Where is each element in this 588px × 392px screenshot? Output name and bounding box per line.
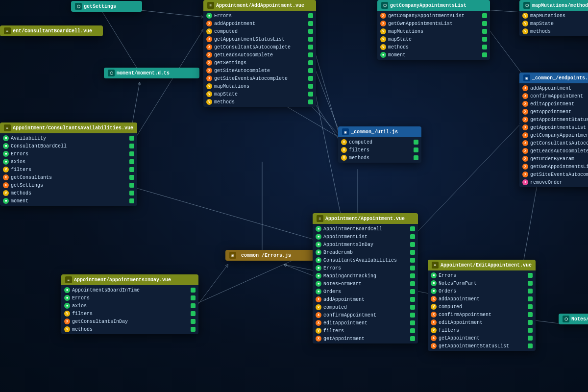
node-appointmentsInDay: ≡Appointment/AppointmentsInDay.vue■Appoi… (61, 274, 198, 334)
node-commonUtil: ▣_common_/util.jsVcomputedVfiltersVmetho… (338, 126, 421, 163)
node-row-dot: V (316, 328, 321, 334)
node-row-dot: ■ (316, 289, 321, 294)
node-row: ■Orders (313, 288, 418, 295)
node-row: ■moment (0, 197, 137, 205)
node-row-label: getAppointment (323, 336, 365, 342)
node-title-notesFormPart: Notes/NotesRe (571, 317, 588, 322)
node-row-label: addAppointment (323, 297, 365, 302)
node-row-dot: V (431, 304, 437, 310)
node-row-label: getOwnAppointmentsList (530, 164, 588, 170)
node-header-momentTs: ⬡moment/moment.d.ts (104, 68, 199, 78)
node-row-dot: X (522, 109, 528, 115)
node-row: XconfirmAppointment (519, 92, 588, 100)
node-body-companyAppointments: XgetCompanyAppointmentsListXgetOwnAppoin… (377, 11, 490, 60)
node-row-dot: X (316, 296, 321, 302)
node-row-port (482, 37, 487, 42)
node-row-dot: X (316, 320, 321, 326)
node-row: ■Orders (428, 287, 536, 295)
node-row-label: computed (323, 305, 347, 310)
node-icon-commonUtil: ▣ (342, 128, 349, 135)
node-row-label: getSiteEventsAutocomplete (530, 172, 588, 177)
node-body-commonUtil: VcomputedVfiltersVmethods (338, 137, 421, 163)
node-row-dot: X (522, 156, 528, 162)
node-row-label: Orders (323, 289, 341, 294)
node-row-dot: ■ (64, 287, 70, 293)
node-editAppointmentVue: ≡Appointment/EditAppointment.vue■Errors■… (428, 260, 536, 351)
node-row-label: ConsultantBoardCell (11, 144, 67, 149)
node-icon-appointmentVue: ≡ (317, 215, 323, 222)
node-header-commonUtil: ▣_common_/util.js (338, 126, 421, 137)
node-row: ■Breadcrumb (313, 248, 418, 256)
node-row-label: removeOrder (530, 180, 563, 185)
node-row-port (410, 305, 415, 310)
node-row-label: mapState (388, 37, 412, 42)
node-title-commonErrors: _common_/Errors.js (238, 253, 291, 258)
node-row-port (129, 151, 134, 156)
node-row-port (410, 289, 415, 294)
node-row-dot: V (341, 147, 347, 153)
node-title-appointmentVue: Appointment/Appointment.vue (325, 216, 405, 221)
node-row-dot: X (431, 343, 437, 349)
node-row-port (191, 295, 196, 300)
node-row-label: getLeadsAutocomplete (214, 52, 273, 58)
node-row-label: Errors (72, 295, 90, 301)
node-row: XgetSiteAutocomplete (203, 67, 316, 74)
node-row-label: axios (72, 303, 87, 309)
node-row: Vfilters (61, 310, 198, 318)
node-row-dot: X (380, 21, 386, 26)
node-row-label: getConsultantsAutocomplete (530, 141, 588, 146)
node-row-label: MappingAndTracking (323, 273, 376, 279)
node-row-label: getAppointmentStatusList (530, 117, 588, 122)
node-row: XeditAppointment (313, 319, 418, 327)
node-row-dot: V (431, 327, 437, 333)
node-row: VmapState (519, 20, 588, 27)
node-header-commonEndpoints: ▣_common_/endpoints.js (519, 73, 588, 83)
node-title-commonUtil: _common_/util.js (351, 129, 398, 135)
node-row-dot: X (64, 318, 70, 324)
node-row: XgetAppointmentStatusList (203, 35, 316, 43)
node-title-getSettings: getSettings (84, 4, 116, 9)
node-title-topRight: mapMutations/methods top (532, 3, 588, 8)
node-row-port (308, 45, 313, 49)
node-row: ■Availability (0, 134, 137, 142)
node-icon-notesFormPart: ⬡ (563, 316, 569, 322)
node-row-dot: ■ (3, 198, 9, 204)
node-row: XgetConsultantsAutocomplete (519, 139, 588, 147)
node-row-dot: V (206, 91, 212, 97)
node-row-dot: V (64, 311, 70, 317)
node-row: XgetSettings (203, 59, 316, 67)
node-row: XremoveOrder (519, 178, 588, 186)
node-row-label: getAppointmentsList (530, 125, 586, 130)
node-row-port (528, 343, 533, 348)
node-row-port (191, 288, 196, 293)
node-row-port (308, 37, 313, 42)
node-row-label: addAppointment (214, 21, 255, 26)
node-row: XgetConsultantsInDay (61, 318, 198, 325)
node-row-label: confirmAppointment (530, 94, 583, 99)
node-row: ■Errors (61, 294, 198, 302)
node-row: Vmethods (519, 27, 588, 35)
node-row-port (308, 68, 313, 73)
node-row: XgetLeadsAutocomplete (203, 51, 316, 59)
node-consultantBoardCell: ≡ent/ConsultantBoardCell.vue (0, 25, 103, 36)
node-row-label: Errors (11, 151, 28, 157)
node-row-dot: V (206, 28, 212, 34)
node-row: XgetOwnAppointmentsList (377, 20, 490, 27)
node-commonEndpoints: ▣_common_/endpoints.jsXaddAppointmentXco… (519, 73, 588, 187)
node-row-label: Availability (11, 136, 46, 141)
node-row-label: computed (439, 304, 462, 310)
node-row-label: confirmAppointment (323, 313, 376, 318)
node-row-port (528, 320, 533, 325)
node-row-label: getCompanyAppointmentsList (388, 13, 465, 19)
node-row-dot: X (206, 75, 212, 81)
node-row-port (308, 76, 313, 81)
node-row-label: editAppointment (323, 320, 368, 326)
node-row-port (129, 198, 134, 203)
node-title-commonEndpoints: _common_/endpoints.js (532, 75, 588, 81)
node-row-port (482, 21, 487, 26)
node-header-addAppointmentVue: ≡Appointment/AddAppointment.vue (203, 0, 316, 11)
node-row-port (191, 319, 196, 324)
node-row-label: Orders (439, 289, 456, 294)
node-header-notesFormPart: ⬡Notes/NotesRe (559, 314, 588, 324)
node-row: ■AppointmentsInDay (313, 241, 418, 248)
